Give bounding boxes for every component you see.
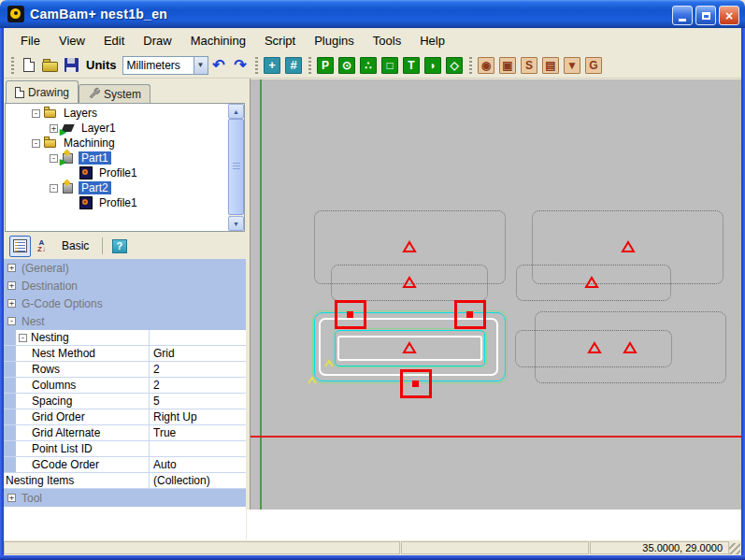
tree-expander[interactable]: - [50, 184, 58, 193]
property-row-grid-alternate: Grid AlternateTrue [4, 425, 246, 441]
tree-scrollbar[interactable]: ▲ ▼ [228, 104, 244, 231]
alphabetical-sort-button[interactable]: AZ↓ [31, 236, 52, 257]
property-value[interactable]: 5 [150, 394, 246, 409]
category-expander[interactable]: + [7, 281, 16, 290]
tree-item-part2[interactable]: -◆Part2 [6, 180, 244, 195]
tree-item-machining[interactable]: -Machining [6, 136, 244, 151]
draw-polyline-button[interactable]: P [315, 54, 337, 76]
point-triangle-marker[interactable] [402, 341, 417, 358]
property-value[interactable]: Auto [150, 457, 246, 472]
resize-grip[interactable] [729, 543, 740, 554]
machine-profile-button[interactable]: ▼ [562, 54, 583, 76]
new-file-button[interactable] [18, 54, 39, 76]
toolbar-grip[interactable] [308, 57, 311, 74]
point-triangle-marker[interactable] [623, 341, 638, 358]
tree-expander[interactable]: + [50, 124, 58, 133]
draw-circle-button[interactable]: ⊙ [337, 54, 358, 76]
save-button[interactable] [61, 54, 82, 76]
draw-surface-button[interactable]: ◇ [444, 54, 466, 76]
menu-help[interactable]: Help [410, 31, 454, 50]
draw-points-button[interactable]: ∴ [358, 54, 380, 76]
profile-icon [79, 166, 93, 179]
tree-expander[interactable]: - [50, 154, 58, 163]
menu-tools[interactable]: Tools [364, 31, 410, 50]
undo-button[interactable]: ↶ [208, 54, 230, 76]
category-gcodeoptions[interactable]: +G-Code Options [4, 294, 246, 312]
property-value[interactable]: 2 [150, 378, 246, 393]
category-general[interactable]: +(General) [4, 259, 246, 277]
redo-button[interactable]: ↷ [230, 54, 251, 76]
draw-rectangle-button[interactable]: □ [380, 54, 401, 76]
category-expander[interactable]: + [7, 494, 16, 502]
property-value[interactable] [150, 441, 246, 456]
property-value[interactable]: 2 [150, 362, 246, 377]
grid-toggle-button[interactable]: # [283, 54, 305, 76]
scrollbar-thumb[interactable] [228, 119, 244, 215]
title-bar[interactable]: CamBam+ nest1b_en × [0, 0, 745, 28]
dropdown-arrow-icon[interactable]: ▼ [193, 57, 208, 74]
machine-engrave-button[interactable]: S [519, 54, 540, 76]
snap-points-button[interactable]: + [262, 54, 283, 76]
menu-plugins[interactable]: Plugins [305, 31, 364, 50]
property-value[interactable]: (Collection) [150, 473, 246, 488]
menu-edit[interactable]: Edit [94, 31, 134, 50]
machine-lathe-button[interactable]: ▤ [540, 54, 562, 76]
categorized-view-button[interactable] [9, 236, 31, 257]
tree-item-profile1[interactable]: Profile1 [6, 165, 244, 180]
category-expander[interactable]: + [7, 264, 16, 272]
tree-expander[interactable]: - [32, 109, 40, 118]
tree-item-part1[interactable]: -◆▶Part1 [6, 151, 244, 165]
open-file-button[interactable] [39, 54, 61, 76]
toolbar-grip[interactable] [469, 57, 472, 74]
group-expander[interactable]: - [19, 334, 27, 342]
minimize-button[interactable] [672, 6, 693, 25]
property-grid: +(General)+Destination+G-Code Options-Ne… [4, 259, 246, 539]
point-triangle-marker[interactable] [587, 341, 602, 358]
menu-script[interactable]: Script [255, 31, 305, 50]
scroll-down-button[interactable]: ▼ [228, 216, 244, 231]
help-button[interactable]: ? [108, 236, 130, 257]
toolbar-grip[interactable] [11, 57, 14, 74]
machine-pocket-button[interactable]: ▣ [497, 54, 519, 76]
machine-drill-button[interactable]: ◉ [476, 54, 497, 76]
tree-item-layer1[interactable]: +▶Layer1 [6, 121, 244, 136]
menu-file[interactable]: File [11, 31, 50, 50]
drawing-canvas[interactable] [251, 79, 741, 510]
menu-view[interactable]: View [50, 31, 94, 50]
category-expander[interactable]: - [7, 317, 16, 325]
point-square-marker[interactable] [335, 300, 366, 329]
property-row-nesting: -Nesting [4, 330, 246, 346]
property-row-rows: Rows2 [4, 362, 246, 378]
toolbar-grip[interactable] [255, 57, 258, 74]
close-button[interactable]: × [719, 6, 739, 25]
category-tool[interactable]: +Tool [4, 489, 246, 507]
point-triangle-marker[interactable] [402, 276, 417, 293]
open-icon [42, 62, 58, 72]
point-triangle-marker[interactable] [402, 240, 417, 257]
m-lathe-icon: ▤ [542, 57, 559, 74]
menu-draw[interactable]: Draw [134, 31, 180, 50]
units-combo[interactable]: Millimeters▼ [122, 56, 208, 75]
property-value[interactable] [150, 330, 246, 345]
point-square-marker[interactable] [400, 369, 432, 398]
draw-arc-button[interactable]: ◗ [423, 54, 444, 76]
tab-system[interactable]: System [79, 84, 150, 103]
tree-item-profile1[interactable]: Profile1 [6, 195, 244, 210]
property-value[interactable]: Right Up [150, 409, 246, 424]
property-value[interactable]: Grid [150, 346, 246, 361]
tree-expander[interactable]: - [32, 139, 40, 148]
generate-gcode-button[interactable]: G [583, 54, 605, 76]
point-triangle-marker[interactable] [621, 240, 636, 257]
draw-text-button[interactable]: T [401, 54, 423, 76]
category-destination[interactable]: +Destination [4, 277, 246, 294]
scroll-up-button[interactable]: ▲ [228, 104, 244, 119]
property-value[interactable]: True [150, 425, 246, 440]
category-nest[interactable]: -Nest [4, 312, 246, 330]
category-expander[interactable]: + [7, 299, 16, 308]
menu-machining[interactable]: Machining [181, 31, 255, 50]
point-square-marker[interactable] [454, 300, 486, 329]
point-triangle-marker[interactable] [584, 276, 599, 293]
maximize-button[interactable] [695, 6, 716, 25]
tree-item-layers[interactable]: -Layers [6, 106, 244, 121]
tab-drawing[interactable]: Drawing [6, 80, 79, 103]
